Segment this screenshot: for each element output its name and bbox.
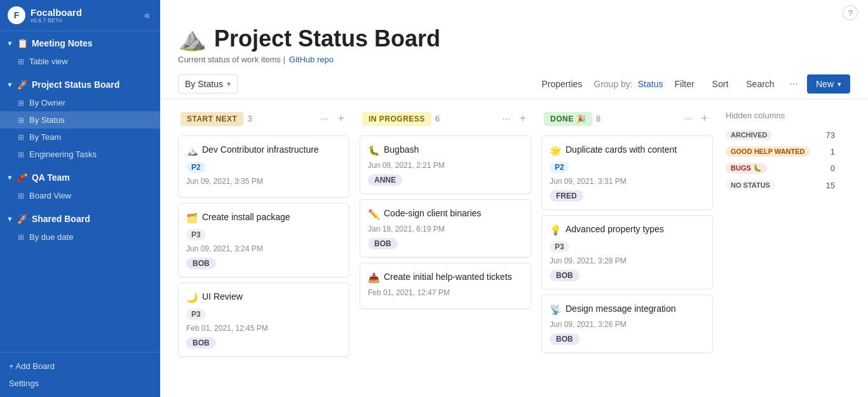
subtitle-text: Current status of work items | — [178, 55, 285, 64]
sort-button[interactable]: Sort — [706, 75, 735, 93]
sidebar-item-board-view[interactable]: ⊞ Board View — [0, 187, 160, 204]
add-board-label: + Add Board — [9, 361, 55, 371]
settings-button[interactable]: Settings — [6, 375, 154, 392]
card-c1[interactable]: 🏔️ Dev Contributor infrastructure P2Jun … — [178, 136, 349, 198]
card-c4[interactable]: 🐛 Bugbash Jun 09, 2021, 2:21 PMANNE — [360, 136, 531, 194]
column-menu-in-progress[interactable]: ··· — [499, 112, 513, 126]
column-add-done[interactable]: + — [698, 111, 710, 127]
card-emoji-c8: 💡 — [550, 223, 562, 237]
properties-button[interactable]: Properties — [535, 75, 588, 93]
card-date-c2: Jun 09, 2021, 3:24 PM — [186, 244, 341, 253]
grid-icon: ⊞ — [18, 99, 24, 108]
card-date-c1: Jun 09, 2021, 3:35 PM — [186, 177, 341, 186]
sidebar-item-by-due-date[interactable]: ⊞ By due date — [0, 228, 160, 246]
sidebar-item-by-status[interactable]: ⊞ By Status — [0, 111, 160, 129]
sidebar-item-by-owner[interactable]: ⊞ By Owner — [0, 94, 160, 111]
sidebar-section-header-project-status[interactable]: ▼ 🚀 Project Status Board — [0, 75, 160, 94]
logo-icon: F — [8, 6, 25, 24]
card-date-c4: Jun 09, 2021, 2:21 PM — [368, 161, 523, 170]
card-date-c5: Jan 18, 2021, 6:19 PM — [368, 225, 523, 233]
hidden-col-item-bugs[interactable]: BUGS 🐛 0 — [723, 160, 837, 177]
card-emoji-c7: 🌟 — [550, 144, 562, 157]
grid-icon: ⊞ — [18, 192, 24, 200]
card-title-c1: 🏔️ Dev Contributor infrastructure — [186, 144, 341, 157]
column-add-start-next[interactable]: + — [335, 111, 347, 127]
column-header-in-progress: IN PROGRESS 6 ··· + — [360, 107, 531, 130]
column-header-start-next: START NEXT 3 ··· + — [178, 107, 349, 130]
card-priority-c8: P3 — [550, 241, 569, 253]
card-emoji-c3: 🌙 — [186, 291, 198, 304]
more-options-button[interactable]: ··· — [786, 76, 802, 92]
card-date-c8: Jun 09, 2021, 3:28 PM — [550, 256, 705, 265]
card-c6[interactable]: 📥 Create initial help-wanted tickets Feb… — [360, 263, 531, 309]
group-by-value[interactable]: Status — [638, 79, 663, 89]
hidden-col-count-bugs: 0 — [831, 164, 835, 173]
card-priority-c1: P2 — [186, 162, 206, 173]
card-c8[interactable]: 💡 Advanced property types P3Jun 09, 2021… — [541, 215, 713, 289]
card-assignee-c8: BOB — [550, 270, 580, 281]
sidebar: F Focalboard v0.6.7 BETA « ▼ 📋 Meeting N… — [0, 0, 160, 397]
sidebar-section-header-shared-board[interactable]: ▼ 🚀 Shared Board — [0, 209, 160, 228]
column-title-start-next: START NEXT — [180, 112, 243, 126]
sidebar-section-header-qa-team[interactable]: ▼ 🧨 QA Team — [0, 168, 160, 187]
help-button[interactable]: ? — [843, 5, 858, 20]
chevron-down-icon: ▼ — [6, 174, 13, 181]
filter-button[interactable]: Filter — [668, 75, 700, 93]
add-board-button[interactable]: + Add Board — [6, 358, 154, 375]
column-header-done: DONE 🎉 8 ··· + — [541, 107, 713, 130]
card-assignee-c4: ANNE — [368, 174, 402, 186]
chevron-down-icon: ▼ — [6, 81, 13, 88]
card-date-c3: Feb 01, 2021, 12:45 PM — [186, 324, 341, 333]
card-priority-c3: P3 — [186, 309, 206, 320]
hidden-col-item-archived[interactable]: ARCHIVED 73 — [723, 127, 837, 143]
chevron-down-icon: ▾ — [837, 80, 841, 88]
card-c7[interactable]: 🌟 Duplicate cards with content P2Jun 09,… — [541, 136, 713, 210]
sidebar-item-by-team[interactable]: ⊞ By Team — [0, 129, 160, 146]
sidebar-item-label: By due date — [29, 232, 73, 242]
card-emoji-c9: 📡 — [550, 303, 562, 316]
card-title-c2: 🗂️ Create install package — [186, 211, 341, 225]
new-card-button[interactable]: New ▾ — [807, 74, 850, 94]
card-c3[interactable]: 🌙 UI Review P3Feb 01, 2021, 12:45 PMBOB — [178, 282, 349, 357]
board-title: Project Status Board — [214, 25, 440, 52]
card-emoji-c2: 🗂️ — [186, 211, 198, 225]
sidebar-collapse-button[interactable]: « — [142, 7, 153, 24]
hidden-col-item-no-status[interactable]: NO STATUS 15 — [723, 177, 837, 193]
sidebar-section-header-meeting-notes[interactable]: ▼ 📋 Meeting Notes — [0, 34, 160, 53]
grid-icon: ⊞ — [18, 150, 24, 159]
column-title-in-progress: IN PROGRESS — [362, 112, 431, 126]
app-version: v0.6.7 BETA — [31, 18, 82, 24]
card-assignee-c7: FRED — [550, 190, 583, 202]
section-emoji-meeting-notes: 📋 — [17, 38, 28, 48]
hidden-col-item-good-help-wanted[interactable]: GOOD HELP WANTED 1 — [723, 143, 837, 160]
card-assignee-c2: BOB — [186, 258, 216, 269]
column-menu-start-next[interactable]: ··· — [318, 112, 331, 126]
sidebar-item-label: Engineering Tasks — [29, 150, 97, 159]
chevron-down-icon: ▾ — [227, 80, 231, 88]
search-button[interactable]: Search — [740, 75, 780, 93]
card-title-c3: 🌙 UI Review — [186, 291, 341, 304]
section-emoji-shared: 🚀 — [17, 214, 28, 224]
card-c5[interactable]: ✏️ Code-sign client binaries Jan 18, 202… — [360, 199, 531, 258]
github-repo-link[interactable]: GitHub repo — [289, 55, 334, 64]
view-select-dropdown[interactable]: By Status ▾ — [178, 74, 238, 94]
chevron-down-icon: ▼ — [6, 215, 13, 223]
hidden-columns-panel: Hidden columns ARCHIVED 73 GOOD HELP WAN… — [723, 107, 837, 197]
sidebar-section-shared-board: ▼ 🚀 Shared Board ⊞ By due date — [0, 207, 160, 248]
grid-icon: ⊞ — [18, 57, 24, 66]
sidebar-item-table-view[interactable]: ⊞ Table view — [0, 53, 160, 70]
section-label-project: Project Status Board — [32, 80, 119, 90]
section-emoji-project: 🚀 — [17, 80, 28, 90]
column-menu-done[interactable]: ··· — [681, 112, 695, 126]
column-add-in-progress[interactable]: + — [517, 111, 529, 127]
card-c2[interactable]: 🗂️ Create install package P3Jun 09, 2021… — [178, 203, 349, 277]
board-area: START NEXT 3 ··· + 🏔️ Dev Contributor in… — [160, 99, 868, 397]
sidebar-item-label: By Team — [29, 132, 61, 142]
card-emoji-c4: 🐛 — [368, 144, 380, 157]
card-c9[interactable]: 📡 Design message integration Jun 09, 202… — [541, 295, 713, 353]
card-emoji-c1: 🏔️ — [186, 144, 198, 157]
section-label-qa: QA Team — [32, 172, 70, 183]
sidebar-item-engineering-tasks[interactable]: ⊞ Engineering Tasks — [0, 146, 160, 163]
column-title-done: DONE 🎉 — [544, 112, 592, 126]
logo-text-group: Focalboard v0.6.7 BETA — [31, 7, 82, 24]
